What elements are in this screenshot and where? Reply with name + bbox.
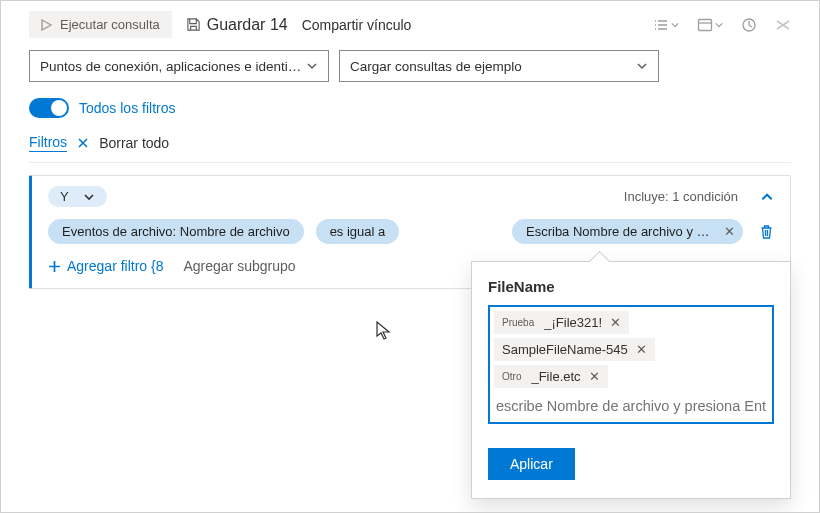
sample-queries-label: Cargar consultas de ejemplo xyxy=(350,59,522,74)
chip-text: _File.etc xyxy=(531,369,580,384)
chip-remove-icon[interactable]: ✕ xyxy=(610,315,621,330)
run-query-label: Ejecutar consulta xyxy=(60,17,160,32)
filename-chip[interactable]: Otro_File.etc✕ xyxy=(494,365,608,388)
chip-prefix: Otro xyxy=(502,371,521,382)
filename-popover: FileName Prueba_¡File321!✕SampleFileName… xyxy=(471,261,791,499)
filename-text-input[interactable] xyxy=(494,392,768,422)
run-query-button[interactable]: Ejecutar consulta xyxy=(29,11,172,38)
chevron-down-icon xyxy=(306,60,318,72)
condition-field-pill[interactable]: Eventos de archivo: Nombre de archivo xyxy=(48,219,304,244)
condition-value-pill[interactable]: Escriba Nombre de archivo y presione… ✕ xyxy=(512,219,743,244)
play-icon xyxy=(41,19,52,31)
save-icon xyxy=(186,17,201,32)
all-filters-label: Todos los filtros xyxy=(79,100,175,116)
share-link-button[interactable]: Compartir vínculo xyxy=(302,17,412,33)
add-subgroup-button[interactable]: Agregar subgrupo xyxy=(184,258,296,274)
chevron-down-icon xyxy=(83,191,95,203)
clear-all-button[interactable]: Borrar todo xyxy=(99,135,169,151)
save-button[interactable]: Guardar 14 xyxy=(186,16,288,34)
condition-value-text: Escriba Nombre de archivo y presione… xyxy=(526,224,716,239)
toolbar-right-icons xyxy=(653,17,791,33)
filters-link[interactable]: Filtros xyxy=(29,134,67,152)
scope-dropdown-label: Puntos de conexión, aplicaciones e ident… xyxy=(40,59,306,74)
scope-dropdown[interactable]: Puntos de conexión, aplicaciones e ident… xyxy=(29,50,329,82)
collapse-icon[interactable] xyxy=(760,190,774,204)
close-icon[interactable]: ✕ xyxy=(724,224,735,239)
close-icon[interactable] xyxy=(77,137,89,149)
cursor-icon xyxy=(376,321,392,341)
includes-text: Incluye: 1 condición xyxy=(624,189,738,204)
clock-icon[interactable] xyxy=(741,17,757,33)
popover-title: FileName xyxy=(488,278,774,295)
operator-dropdown[interactable]: Y xyxy=(48,186,107,207)
save-label: Guardar 14 xyxy=(207,16,288,34)
delete-condition-icon[interactable] xyxy=(759,224,774,240)
add-filter-label: Agregar filtro {8 xyxy=(67,258,164,274)
all-filters-toggle[interactable] xyxy=(29,98,69,118)
chip-prefix: Prueba xyxy=(502,317,534,328)
filename-chip-input[interactable]: Prueba_¡File321!✕SampleFileName-545✕Otro… xyxy=(488,305,774,424)
operator-label: Y xyxy=(60,189,69,204)
sample-queries-dropdown[interactable]: Cargar consultas de ejemplo xyxy=(339,50,659,82)
chip-text: SampleFileName-545 xyxy=(502,342,628,357)
chip-remove-icon[interactable]: ✕ xyxy=(589,369,600,384)
filename-chip[interactable]: Prueba_¡File321!✕ xyxy=(494,311,629,334)
list-icon[interactable] xyxy=(653,17,679,33)
chevron-down-icon xyxy=(636,60,648,72)
plus-icon xyxy=(48,260,61,273)
add-filter-button[interactable]: Agregar filtro {8 xyxy=(48,258,164,274)
condition-operator-pill[interactable]: es igual a xyxy=(316,219,400,244)
apply-button[interactable]: Aplicar xyxy=(488,448,575,480)
close-panel-icon[interactable] xyxy=(775,17,791,33)
svg-rect-0 xyxy=(699,20,712,31)
calendar-icon[interactable] xyxy=(697,17,723,33)
chip-remove-icon[interactable]: ✕ xyxy=(636,342,647,357)
filename-chip[interactable]: SampleFileName-545✕ xyxy=(494,338,655,361)
chip-text: _¡File321! xyxy=(544,315,602,330)
